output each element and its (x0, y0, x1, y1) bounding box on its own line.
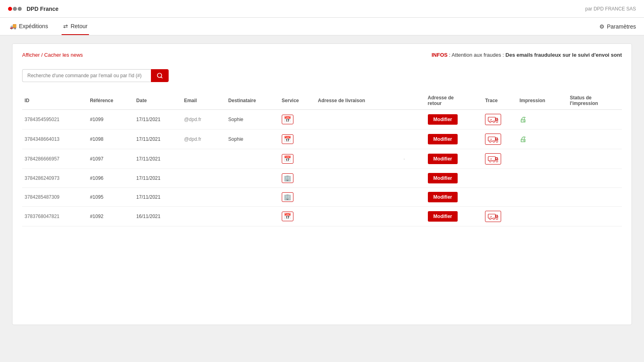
cell-email (182, 149, 218, 169)
cell-impression (517, 188, 568, 207)
cell-date: 17/11/2021 (134, 188, 182, 207)
cell-dot (401, 188, 425, 207)
svg-point-14 (489, 160, 491, 162)
svg-point-2 (489, 121, 491, 123)
cell-ref: #1092 (87, 207, 134, 226)
svg-text:♥: ♥ (491, 215, 492, 218)
cell-dot: · (401, 149, 425, 169)
info-bold: Des emails frauduleux sur le suivi d'env… (506, 52, 622, 58)
svg-point-8 (489, 141, 491, 143)
svg-rect-19 (496, 215, 497, 216)
print-icon[interactable]: 🖨 (520, 115, 527, 123)
nav-item-expeditions[interactable]: 🚚 Expéditions (8, 18, 50, 35)
modifier-button[interactable]: Modifier (428, 154, 458, 164)
cell-dot (401, 130, 425, 149)
cell-destinataire (226, 169, 279, 188)
modifier-button[interactable]: Modifier (428, 211, 458, 222)
cell-trace: ♥ (483, 149, 517, 169)
nav-item-retour[interactable]: ⇄ Retour (62, 18, 89, 35)
cell-id: 3784354595021 (22, 110, 87, 130)
search-button[interactable] (151, 69, 169, 82)
logo-dot-gray2 (18, 7, 22, 11)
modifier-button[interactable]: Modifier (428, 173, 458, 183)
svg-text:♥: ♥ (491, 138, 492, 140)
table-row: 3784354595021 #1099 17/11/2021 @dpd.fr S… (22, 110, 622, 130)
cell-email2 (218, 188, 226, 207)
cell-impression (517, 207, 568, 226)
cell-id: 3784348664013 (22, 130, 87, 149)
svg-point-4 (496, 121, 498, 123)
col-id: ID (22, 92, 87, 110)
brand-name: DPD France (27, 6, 58, 12)
cell-email2 (218, 130, 226, 149)
cell-id: 3784286666957 (22, 149, 87, 169)
building-service-icon: 🏢 (282, 173, 293, 183)
toggle-news-link[interactable]: Afficher / Cacher les news (22, 52, 83, 58)
cell-trace: ♥ (483, 207, 517, 226)
svg-rect-0 (488, 117, 495, 121)
svg-rect-6 (488, 137, 495, 141)
cell-email2 (218, 207, 226, 226)
svg-point-10 (496, 141, 498, 143)
cell-trace (483, 188, 517, 207)
cell-service: 📅 (279, 149, 316, 169)
cell-adresse-retour: Modifier (425, 207, 483, 226)
cell-adresse-livraison (316, 169, 401, 188)
cell-adresse-livraison (316, 149, 401, 169)
cell-trace: ♥ (483, 130, 517, 149)
trace-van-icon: ♥ (485, 153, 515, 165)
svg-rect-1 (496, 118, 497, 119)
main-content: Afficher / Cacher les news INFOS : Atten… (0, 35, 644, 333)
cell-id: 3783768047821 (22, 207, 87, 226)
cell-status-impression (568, 188, 622, 207)
cell-status-impression (568, 130, 622, 149)
info-banner: INFOS : Attention aux fraudes : Des emai… (431, 52, 622, 58)
modifier-button[interactable]: Modifier (428, 192, 458, 202)
table-row: 3784286240973 #1096 17/11/2021 🏢 Modifie… (22, 169, 622, 188)
col-trace: Trace (483, 92, 517, 110)
nav-settings[interactable]: ⚙ Paramètres (599, 23, 636, 30)
orders-table: ID Référence Date Email Destinataire Ser… (22, 92, 622, 226)
table-row: 3784286666957 #1097 17/11/2021 📅 · Modif… (22, 149, 622, 169)
cell-service: 📅 (279, 110, 316, 130)
cell-destinataire: Sophie (226, 110, 279, 130)
search-input[interactable] (22, 69, 151, 82)
calendar-service-icon: 📅 (282, 154, 293, 164)
nav-bar: 🚚 Expéditions ⇄ Retour ⚙ Paramètres (0, 18, 644, 35)
cell-service: 📅 (279, 207, 316, 226)
calendar-service-icon: 📅 (282, 212, 293, 221)
col-adresse-retour: Adresse deretour (425, 92, 483, 110)
cell-id: 3784286240973 (22, 169, 87, 188)
cell-date: 17/11/2021 (134, 169, 182, 188)
svg-rect-13 (496, 158, 497, 159)
svg-point-9 (493, 141, 495, 143)
cell-ref: #1095 (87, 188, 134, 207)
cell-email (182, 207, 218, 226)
cell-status-impression (568, 149, 622, 169)
table-header-row: ID Référence Date Email Destinataire Ser… (22, 92, 622, 110)
col-spacer (401, 92, 425, 110)
cell-ref: #1098 (87, 130, 134, 149)
modifier-button[interactable]: Modifier (428, 114, 458, 125)
table-row: 3784285487309 #1095 17/11/2021 🏢 Modifie… (22, 188, 622, 207)
trace-van-icon: ♥ (485, 211, 515, 222)
cell-service: 🏢 (279, 188, 316, 207)
cell-adresse-retour: Modifier (425, 130, 483, 149)
cell-date: 17/11/2021 (134, 149, 182, 169)
cell-dot (401, 207, 425, 226)
logo-dot-gray (13, 7, 17, 11)
truck-nav-icon: 🚚 (10, 23, 17, 29)
modifier-button[interactable]: Modifier (428, 134, 458, 144)
cell-adresse-retour: Modifier (425, 149, 483, 169)
cell-ref: #1099 (87, 110, 134, 130)
cell-email2 (218, 110, 226, 130)
cell-destinataire (226, 188, 279, 207)
svg-point-21 (493, 218, 495, 220)
svg-point-16 (496, 160, 498, 162)
arrows-icon: ⇄ (63, 23, 68, 29)
cell-email2 (218, 149, 226, 169)
nav-retour-label: Retour (70, 23, 87, 29)
cell-adresse-livraison (316, 110, 401, 130)
print-icon[interactable]: 🖨 (520, 135, 527, 143)
cell-adresse-retour: Modifier (425, 169, 483, 188)
